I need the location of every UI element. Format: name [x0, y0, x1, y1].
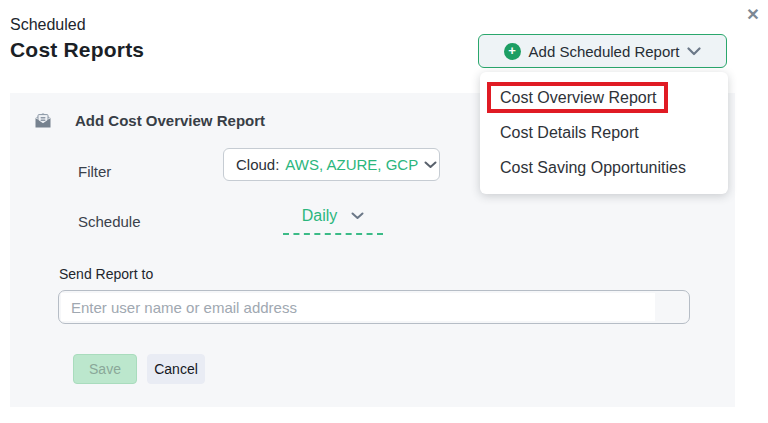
form-title: Add Cost Overview Report [75, 112, 265, 129]
recipient-input[interactable] [61, 293, 655, 321]
schedule-frequency-select[interactable]: Daily [283, 207, 383, 235]
menu-item-cost-overview-report[interactable]: Cost Overview Report [480, 80, 728, 115]
add-scheduled-report-button[interactable]: + Add Scheduled Report [478, 34, 727, 68]
recipient-input-wrapper [58, 290, 690, 324]
menu-item-label: Cost Saving Opportunities [500, 159, 686, 177]
cloud-filter-select[interactable]: Cloud: AWS, AZURE, GCP [223, 148, 440, 181]
menu-item-label: Cost Details Report [500, 124, 639, 142]
cloud-filter-key: Cloud: [236, 156, 279, 173]
chevron-down-icon [424, 161, 437, 169]
scheduled-cost-reports-view: Scheduled Cost Reports ✕ + Add Scheduled… [0, 0, 768, 423]
chevron-down-icon [351, 212, 364, 220]
cloud-filter-value: AWS, AZURE, GCP [285, 156, 418, 173]
send-report-to-label: Send Report to [59, 266, 153, 282]
form-actions: Save Cancel [73, 354, 205, 384]
menu-item-label: Cost Overview Report [500, 89, 657, 107]
plus-icon: + [504, 43, 521, 60]
close-icon[interactable]: ✕ [742, 4, 764, 26]
chevron-down-icon [687, 47, 701, 56]
schedule-frequency-value: Daily [302, 207, 338, 225]
menu-item-cost-saving-opportunities[interactable]: Cost Saving Opportunities [480, 150, 728, 185]
page-title: Cost Reports [10, 38, 144, 62]
scheduled-report-email-icon [33, 110, 53, 130]
filter-label: Filter [78, 163, 111, 180]
breadcrumb-scheduled: Scheduled [10, 16, 86, 34]
add-report-dropdown-menu: Cost Overview Report Cost Details Report… [480, 72, 728, 194]
schedule-label: Schedule [78, 213, 141, 230]
menu-item-cost-details-report[interactable]: Cost Details Report [480, 115, 728, 150]
add-scheduled-report-label: Add Scheduled Report [529, 43, 680, 60]
cancel-button[interactable]: Cancel [147, 354, 205, 384]
save-button[interactable]: Save [73, 354, 137, 384]
